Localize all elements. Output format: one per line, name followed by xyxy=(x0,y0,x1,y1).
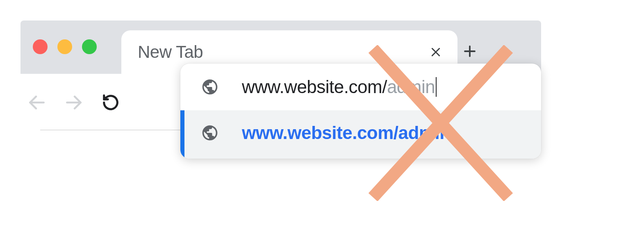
toolbar-divider xyxy=(40,130,196,130)
arrow-left-icon xyxy=(27,92,47,113)
forward-button[interactable] xyxy=(61,90,86,115)
back-button[interactable] xyxy=(25,90,49,115)
address-bar-input[interactable]: www.website.com/admin xyxy=(242,77,437,97)
omnibox-suggestion[interactable]: www.website.com/admin xyxy=(180,110,541,159)
omnibox-dropdown: www.website.com/admin www.website.com/ad… xyxy=(180,64,541,159)
maximize-window-button[interactable] xyxy=(82,39,97,54)
omnibox-typed-text: www.website.com/ xyxy=(242,77,387,97)
suggestion-text: www.website.com/admin xyxy=(242,123,451,143)
globe-icon xyxy=(201,124,219,142)
close-window-button[interactable] xyxy=(33,39,48,54)
reload-icon xyxy=(101,93,120,112)
omnibox-input-row[interactable]: www.website.com/admin xyxy=(180,64,541,110)
close-icon xyxy=(430,46,442,58)
tab-title: New Tab xyxy=(138,42,203,62)
plus-icon xyxy=(462,44,477,60)
reload-button[interactable] xyxy=(98,90,123,115)
arrow-right-icon xyxy=(64,92,84,113)
omnibox-autocompleted-text: admin xyxy=(387,77,435,97)
minimize-window-button[interactable] xyxy=(57,39,72,54)
text-cursor xyxy=(436,77,437,97)
window-controls xyxy=(33,39,121,74)
globe-icon xyxy=(201,78,219,96)
close-tab-button[interactable] xyxy=(426,40,445,64)
